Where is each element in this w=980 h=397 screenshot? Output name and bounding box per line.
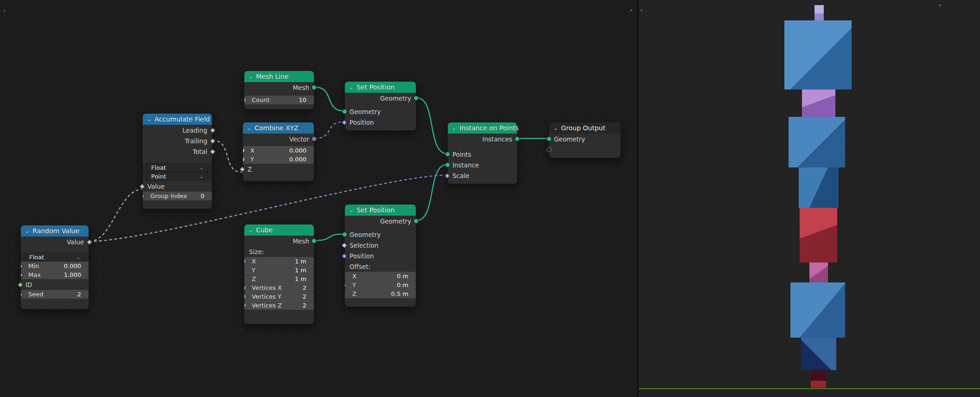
- field-x[interactable]: X0.000: [247, 146, 310, 155]
- viewport-corner-chevron-icon[interactable]: ⌄: [937, 1, 942, 7]
- node-mesh-line[interactable]: ⌄Mesh LineMeshCount10: [244, 70, 314, 109]
- socket-points-input[interactable]: [445, 152, 450, 157]
- collapse-chevron-icon[interactable]: ⌄: [554, 126, 558, 131]
- socket-mesh-output[interactable]: [312, 85, 317, 90]
- collapse-chevron-icon[interactable]: ⌄: [452, 126, 456, 131]
- socket-vertices-y-input[interactable]: [244, 294, 247, 299]
- socket-seed-input[interactable]: [21, 291, 23, 297]
- socket-x-input[interactable]: [244, 259, 247, 264]
- collapse-chevron-icon[interactable]: ⌄: [349, 85, 353, 90]
- socket-total-output[interactable]: [210, 148, 216, 154]
- socket-vertices-z-input[interactable]: [244, 303, 247, 308]
- socket-count-input[interactable]: [244, 97, 247, 102]
- instance-cube-9[interactable]: [811, 370, 826, 388]
- node-accumulate-field[interactable]: ⌄Accumulate FieldLeadingTrailingTotalFlo…: [142, 113, 212, 209]
- instance-cube-1[interactable]: [784, 20, 852, 90]
- instance-cube-2[interactable]: [802, 90, 835, 117]
- socket-x-input[interactable]: [243, 148, 245, 153]
- field-x[interactable]: X0 m: [349, 272, 412, 281]
- socket-geometry-input[interactable]: [547, 136, 552, 141]
- instance-cube-3[interactable]: [789, 117, 845, 167]
- node-combine-xyz[interactable]: ⌄Combine XYZVectorX0.000Y0.000Z: [242, 122, 314, 181]
- instance-cube-top-line[interactable]: [815, 5, 824, 20]
- collapse-chevron-icon[interactable]: ⌄: [247, 126, 251, 131]
- node-random-value[interactable]: ⌄Random ValueValueFloat⌄Min0.000Max1.000…: [20, 225, 89, 309]
- socket-scale-input[interactable]: [444, 173, 450, 179]
- socket-trailing-output[interactable]: [210, 138, 216, 144]
- node-header[interactable]: ⌄Set Position: [345, 82, 416, 93]
- node-header[interactable]: ⌄Set Position: [345, 205, 416, 216]
- socket-mesh-output[interactable]: [312, 238, 317, 243]
- field-y[interactable]: Y0.000: [247, 155, 310, 164]
- socket-value-input[interactable]: [139, 183, 145, 189]
- socket-instance-input[interactable]: [445, 162, 450, 167]
- dropdown-float[interactable]: Float⌄: [147, 163, 208, 172]
- field-y[interactable]: Y1 m: [248, 266, 310, 275]
- collapse-chevron-icon[interactable]: ⌄: [248, 74, 253, 79]
- instance-cube-8[interactable]: [801, 338, 836, 370]
- field-x[interactable]: X1 m: [248, 257, 310, 266]
- editor-corner-arrow-icon[interactable]: ›: [3, 7, 6, 13]
- node-cube[interactable]: ⌄CubeMeshSize:X1 mY1 mZ1 mVertices X2Ver…: [244, 224, 314, 324]
- instance-cube-7[interactable]: [790, 282, 845, 338]
- socket-y-input[interactable]: [345, 282, 347, 288]
- node-header[interactable]: ⌄Combine XYZ: [243, 122, 314, 134]
- socket-group-index-input[interactable]: [143, 193, 145, 199]
- socket-geometry-input[interactable]: [342, 232, 347, 237]
- input-label-scale: Scale: [452, 172, 469, 179]
- instance-cube-5[interactable]: [800, 208, 837, 263]
- collapse-chevron-icon[interactable]: ⌄: [349, 208, 353, 213]
- field-y[interactable]: Y0 m: [349, 281, 412, 289]
- node-instance-on-points[interactable]: ⌄Instance on PointsInstancesPointsInstan…: [447, 122, 517, 184]
- socket-y-input[interactable]: [243, 157, 245, 162]
- socket-z-input[interactable]: [239, 166, 245, 172]
- field-max[interactable]: Max1.000: [25, 270, 85, 279]
- socket-vector-output[interactable]: [312, 136, 317, 141]
- socket-selection-input[interactable]: [341, 242, 347, 248]
- node-set-position-2[interactable]: ⌄Set PositionGeometryGeometrySelectionPo…: [344, 204, 416, 307]
- node-group-output[interactable]: ⌄Group OutputGeometry: [549, 122, 621, 158]
- socket-max-input[interactable]: [21, 272, 23, 278]
- dropdown-float[interactable]: Float⌄: [25, 253, 84, 262]
- dropdown-point[interactable]: Point⌄: [147, 172, 208, 181]
- node-header[interactable]: ⌄Accumulate Field: [143, 114, 212, 125]
- socket-value-output[interactable]: [86, 239, 92, 245]
- socket-geometry-input[interactable]: [342, 109, 347, 114]
- socket-leading-output[interactable]: [210, 127, 216, 133]
- socket-position-input[interactable]: [341, 253, 347, 259]
- socket-position-input[interactable]: [341, 119, 347, 125]
- node-header[interactable]: ⌄Mesh Line: [244, 71, 314, 82]
- collapse-chevron-icon[interactable]: ⌄: [147, 117, 151, 122]
- socket-id-input[interactable]: [17, 282, 23, 288]
- socket-vertices-x-input[interactable]: [244, 285, 247, 290]
- socket-geometry-output[interactable]: [414, 96, 419, 101]
- node-header[interactable]: ⌄Random Value: [21, 225, 89, 237]
- socket-min-input[interactable]: [21, 263, 23, 269]
- field-min[interactable]: Min0.000: [25, 262, 85, 270]
- node-header[interactable]: ⌄Instance on Points: [448, 122, 517, 134]
- node-set-position-1[interactable]: ⌄Set PositionGeometryGeometryPosition: [344, 81, 416, 131]
- field-z[interactable]: Z1 m: [248, 275, 310, 283]
- socket-instances-output[interactable]: [515, 136, 520, 141]
- node-header[interactable]: ⌄Cube: [244, 224, 314, 236]
- divider-right-handle-icon[interactable]: ›: [640, 7, 643, 13]
- field-z[interactable]: Z0.5 m: [349, 289, 412, 298]
- field-vertices-z[interactable]: Vertices Z2: [248, 301, 310, 310]
- field-count[interactable]: Count10: [248, 96, 310, 104]
- viewport-3d[interactable]: [639, 0, 980, 397]
- field-group-index[interactable]: Group Index0: [146, 192, 208, 200]
- divider-left-handle-icon[interactable]: ‹: [630, 7, 632, 13]
- socket-geometry-output[interactable]: [414, 218, 419, 224]
- geometry-nodes-editor[interactable]: ⌄Random ValueValueFloat⌄Min0.000Max1.000…: [0, 0, 637, 397]
- instance-cube-6[interactable]: [809, 263, 828, 282]
- collapse-chevron-icon[interactable]: ⌄: [248, 228, 253, 233]
- field-vertices-y[interactable]: Vertices Y2: [248, 292, 310, 301]
- socket-virtual-input[interactable]: [547, 147, 552, 152]
- field-vertices-x[interactable]: Vertices X2: [248, 283, 310, 292]
- collapse-chevron-icon[interactable]: ⌄: [25, 229, 29, 234]
- field-seed[interactable]: Seed2: [25, 290, 85, 299]
- instance-cube-4[interactable]: [799, 167, 839, 208]
- output-label-vector: Vector: [289, 135, 309, 143]
- editor-divider[interactable]: [637, 0, 639, 397]
- node-header[interactable]: ⌄Group Output: [549, 122, 620, 134]
